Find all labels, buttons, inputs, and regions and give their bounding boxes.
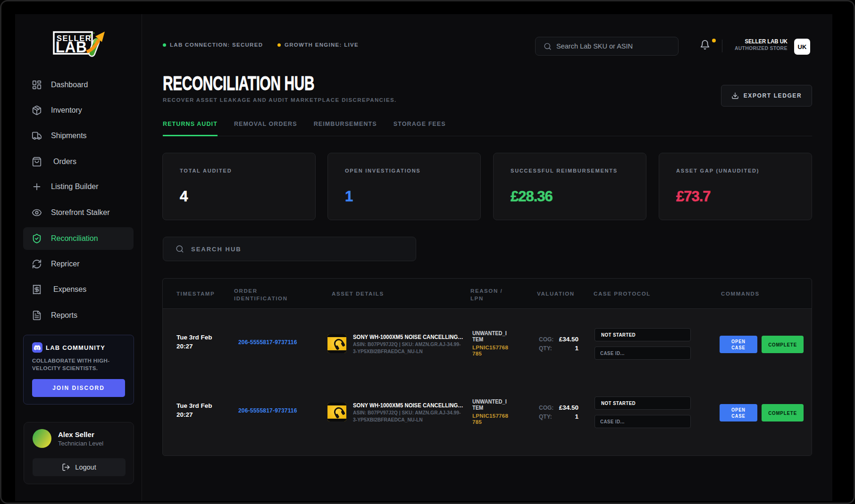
svg-text:LAB: LAB xyxy=(56,38,87,56)
